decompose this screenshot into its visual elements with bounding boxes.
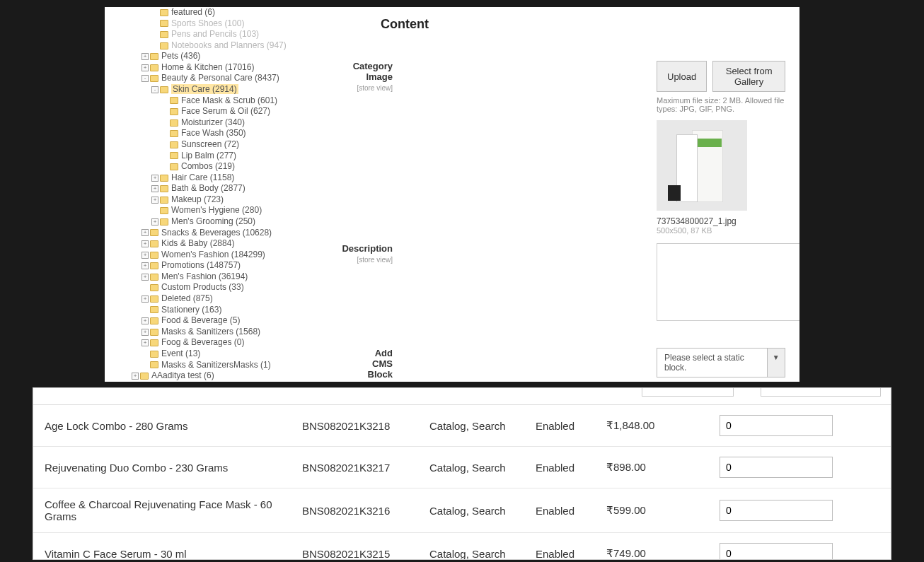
upload-button[interactable]: Upload bbox=[657, 61, 707, 92]
tree-label[interactable]: Pets (436) bbox=[161, 51, 200, 61]
tree-toggle-icon[interactable]: + bbox=[132, 373, 139, 380]
tree-label[interactable]: Sports Shoes (100) bbox=[171, 18, 244, 28]
tree-node[interactable]: +Snacks & Beverages (10628) bbox=[132, 228, 386, 239]
tree-node[interactable]: Face Mask & Scrub (601) bbox=[132, 95, 386, 107]
position-input[interactable] bbox=[720, 543, 833, 560]
tree-label[interactable]: Pens and Pencils (103) bbox=[171, 29, 259, 39]
tree-label[interactable]: Home & Kitchen (17016) bbox=[161, 62, 254, 72]
tree-label[interactable]: Combos (219) bbox=[181, 161, 235, 171]
tree-label[interactable]: Women's Hygiene (280) bbox=[171, 205, 262, 215]
tree-toggle-icon[interactable]: + bbox=[142, 317, 149, 324]
image-filename: 737534800027_1.jpg bbox=[657, 216, 785, 226]
tree-toggle-icon[interactable]: + bbox=[142, 262, 149, 269]
tree-toggle-icon[interactable]: + bbox=[142, 53, 149, 60]
tree-toggle-icon[interactable]: + bbox=[142, 240, 149, 247]
tree-label[interactable]: Stationery (163) bbox=[161, 305, 221, 315]
tree-label[interactable]: Deleted (875) bbox=[161, 293, 213, 303]
tree-node[interactable]: +Makeup (723) bbox=[132, 194, 386, 206]
image-thumbnail[interactable] bbox=[657, 120, 747, 211]
tree-node[interactable]: Pens and Pencils (103) bbox=[132, 29, 386, 40]
tree-toggle-icon[interactable]: + bbox=[142, 229, 149, 236]
tree-node[interactable]: +Hair Care (1158) bbox=[132, 172, 386, 184]
tree-label[interactable]: Hair Care (1158) bbox=[171, 172, 234, 182]
tree-node[interactable]: +Food & Beverage (5) bbox=[132, 315, 386, 327]
tree-label[interactable]: Men's Fashion (36194) bbox=[161, 271, 248, 281]
tree-toggle-icon[interactable]: + bbox=[151, 185, 158, 192]
tree-toggle-icon[interactable]: + bbox=[142, 274, 149, 281]
tree-node[interactable]: +Foog & Beverages (0) bbox=[132, 337, 386, 349]
tree-node[interactable]: Lip Balm (277) bbox=[132, 151, 386, 162]
tree-node[interactable]: Notebooks and Planners (947) bbox=[132, 40, 386, 52]
tree-node[interactable]: featured (6) bbox=[132, 7, 386, 18]
tree-node[interactable]: Custom Products (33) bbox=[132, 282, 386, 293]
tree-label[interactable]: Men's Grooming (250) bbox=[171, 216, 255, 226]
tree-toggle-icon[interactable]: + bbox=[151, 218, 158, 226]
tree-toggle-icon[interactable]: - bbox=[151, 86, 158, 93]
tree-label[interactable]: Face Serum & Oil (627) bbox=[181, 106, 270, 116]
tree-label[interactable]: Makeup (723) bbox=[171, 194, 224, 204]
tree-label[interactable]: Beauty & Personal Care (8437) bbox=[161, 74, 279, 83]
tree-node[interactable]: Sunscreen (72) bbox=[132, 139, 386, 151]
tree-toggle-icon[interactable]: + bbox=[142, 295, 149, 303]
tree-node[interactable]: Event (13) bbox=[132, 349, 386, 360]
tree-toggle-icon[interactable]: + bbox=[142, 252, 149, 259]
tree-node[interactable]: +AAaditya test (6) bbox=[132, 370, 386, 382]
tree-node[interactable]: Face Serum & Oil (627) bbox=[132, 106, 386, 117]
tree-label[interactable]: Masks & SanitizersMasks (1) bbox=[161, 360, 271, 370]
tree-node[interactable]: +Men's Fashion (36194) bbox=[132, 271, 386, 283]
tree-node[interactable]: Masks & SanitizersMasks (1) bbox=[132, 360, 386, 371]
tree-node[interactable]: +Deleted (875) bbox=[132, 293, 386, 305]
scope-hint: [store view] bbox=[357, 84, 393, 92]
tree-toggle-icon[interactable]: + bbox=[142, 329, 149, 336]
tree-node[interactable]: +Men's Grooming (250) bbox=[132, 216, 386, 228]
category-tree: featured (6)Sports Shoes (100)Pens and P… bbox=[132, 7, 386, 382]
tree-label[interactable]: Event (13) bbox=[161, 349, 200, 358]
tree-label[interactable]: Snacks & Beverages (10628) bbox=[161, 228, 272, 238]
tree-node[interactable]: +Pets (436) bbox=[132, 51, 386, 62]
cms-block-select[interactable]: Please select a static block. ▼ bbox=[657, 348, 785, 377]
tree-label[interactable]: Notebooks and Planners (947) bbox=[171, 40, 287, 50]
tree-node[interactable]: Women's Hygiene (280) bbox=[132, 205, 386, 216]
folder-icon bbox=[150, 240, 158, 247]
tree-node[interactable]: Stationery (163) bbox=[132, 305, 386, 316]
tree-label[interactable]: Skin Care (2914) bbox=[171, 84, 238, 94]
tree-label[interactable]: Women's Fashion (184299) bbox=[161, 250, 265, 259]
position-input[interactable] bbox=[720, 500, 833, 521]
tree-label[interactable]: Custom Products (33) bbox=[161, 283, 244, 293]
position-input[interactable] bbox=[720, 457, 833, 478]
tree-node[interactable]: +Home & Kitchen (17016) bbox=[132, 62, 386, 74]
tree-node[interactable]: -Skin Care (2914) bbox=[132, 84, 386, 95]
tree-label[interactable]: Foog & Beverages (0) bbox=[161, 337, 244, 347]
tree-label[interactable]: Promotions (148757) bbox=[161, 260, 241, 270]
chevron-down-icon[interactable]: ▼ bbox=[768, 348, 785, 377]
tree-node[interactable]: -Beauty & Personal Care (8437) bbox=[132, 73, 386, 84]
tree-label[interactable]: Face Mask & Scrub (601) bbox=[181, 95, 277, 105]
tree-label[interactable]: Masks & Sanitizers (1568) bbox=[161, 327, 260, 336]
tree-label[interactable]: featured (6) bbox=[171, 7, 215, 17]
select-gallery-button[interactable]: Select from Gallery bbox=[712, 61, 785, 92]
cell-status: Enabled bbox=[529, 488, 599, 533]
tree-node[interactable]: Face Wash (350) bbox=[132, 128, 386, 139]
tree-node[interactable]: +Bath & Body (2877) bbox=[132, 183, 386, 194]
position-input[interactable] bbox=[720, 415, 833, 436]
tree-toggle-icon[interactable]: + bbox=[142, 339, 149, 346]
tree-toggle-icon[interactable]: - bbox=[142, 75, 149, 82]
tree-toggle-icon[interactable]: + bbox=[151, 197, 158, 204]
tree-toggle-icon[interactable]: + bbox=[142, 64, 149, 71]
tree-label[interactable]: Face Wash (350) bbox=[181, 128, 246, 138]
tree-label[interactable]: Food & Beverage (5) bbox=[161, 315, 240, 325]
description-editor[interactable] bbox=[657, 243, 799, 321]
tree-label[interactable]: Lip Balm (277) bbox=[181, 151, 236, 160]
tree-label[interactable]: Bath & Body (2877) bbox=[171, 183, 246, 193]
tree-node[interactable]: Combos (219) bbox=[132, 161, 386, 172]
tree-node[interactable]: Moisturizer (340) bbox=[132, 117, 386, 129]
tree-toggle-icon[interactable]: + bbox=[151, 175, 158, 182]
tree-node[interactable]: Sports Shoes (100) bbox=[132, 18, 386, 30]
tree-label[interactable]: Kids & Baby (2884) bbox=[161, 238, 234, 248]
tree-node[interactable]: +Masks & Sanitizers (1568) bbox=[132, 327, 386, 338]
tree-label[interactable]: Sunscreen (72) bbox=[181, 139, 239, 149]
filter-input[interactable] bbox=[761, 387, 881, 397]
tree-label[interactable]: Moisturizer (340) bbox=[181, 117, 245, 127]
tree-label[interactable]: AAaditya test (6) bbox=[151, 370, 214, 380]
filter-input[interactable] bbox=[642, 387, 734, 397]
